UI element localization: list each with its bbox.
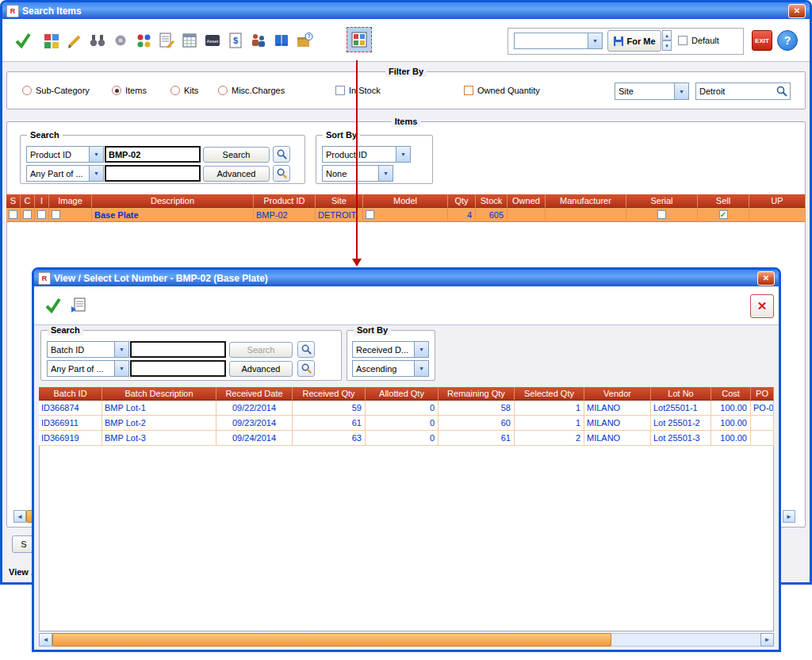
search-value2-input[interactable] <box>105 165 201 182</box>
column-header[interactable]: Allotted Qty <box>366 387 439 401</box>
column-header[interactable]: Received Qty <box>293 387 366 401</box>
chevron-down-icon[interactable]: ▼ <box>378 166 393 181</box>
column-header[interactable]: S <box>6 194 21 208</box>
row-checkbox-i[interactable] <box>37 210 46 219</box>
row-checkbox-serial[interactable] <box>657 210 666 219</box>
sort2-combo[interactable]: None▼ <box>322 165 393 182</box>
lot-table-row[interactable]: ID366874 BMP Lot-1 09/22/2014 59 0 58 1 … <box>39 401 774 416</box>
dialog-sort2-combo[interactable]: Ascending▼ <box>352 360 429 377</box>
site-value-field[interactable]: Detroit <box>695 82 791 100</box>
new-item-icon[interactable] <box>40 29 63 52</box>
radio-items[interactable] <box>112 86 121 95</box>
items-table-row[interactable]: Base Plate BMP-02 DETROIT 4 605 ✓ <box>6 208 806 222</box>
column-header[interactable]: Sell <box>698 194 749 208</box>
paste-lot-icon[interactable] <box>67 294 90 317</box>
lot-table-row[interactable]: ID366911 BMP Lot-2 09/23/2014 61 0 60 1 … <box>39 416 774 431</box>
dialog-search-magnifier-button[interactable] <box>297 341 315 358</box>
column-header[interactable]: Selected Qty <box>515 387 584 401</box>
column-header[interactable]: Received Date <box>216 387 293 401</box>
column-header[interactable]: Stock <box>476 194 508 208</box>
advanced-magnifier-button[interactable] <box>273 165 290 182</box>
sort1-combo[interactable]: Product ID▼ <box>322 146 411 163</box>
column-header[interactable]: I <box>35 194 49 208</box>
options-icon[interactable] <box>132 29 155 52</box>
radio-kits-label[interactable]: Kits <box>184 86 198 95</box>
default-checkbox-label[interactable]: Default <box>691 36 719 45</box>
items-hscroll-right-arrow[interactable]: ► <box>783 510 795 523</box>
dialog-hscroll-right-arrow[interactable]: ► <box>760 633 774 647</box>
dialog-advanced-button[interactable]: Advanced <box>229 361 293 377</box>
radio-items-label[interactable]: Items <box>125 86 147 95</box>
dialog-close-button[interactable]: ✕ <box>757 271 775 286</box>
main-titlebar[interactable]: R Search Items ✕ <box>2 2 810 19</box>
in-stock-label[interactable]: In Stock <box>349 86 381 95</box>
radio-misc-charges-label[interactable]: Misc.Charges <box>232 86 285 95</box>
search-button[interactable]: Search <box>203 147 270 163</box>
chevron-down-icon[interactable]: ▼ <box>588 33 602 48</box>
hand-icon[interactable] <box>109 29 132 52</box>
advanced-button[interactable]: Advanced <box>203 166 270 182</box>
column-header[interactable]: Qty <box>448 194 476 208</box>
column-header[interactable]: PO <box>751 387 774 401</box>
dialog-titlebar[interactable]: R View / Select Lot Number - BMP-02 (Bas… <box>34 270 779 286</box>
edit-icon[interactable] <box>63 29 86 52</box>
dialog-field2-combo[interactable]: Any Part of ...▼ <box>47 360 129 377</box>
dialog-advanced-magnifier-button[interactable] <box>297 360 315 377</box>
owned-quantity-label[interactable]: Owned Quantity <box>477 86 540 95</box>
lot-number-icon[interactable] <box>348 29 370 51</box>
row-checkbox-s[interactable] <box>9 210 17 219</box>
row-checkbox-model[interactable] <box>366 210 374 219</box>
radio-sub-category-label[interactable]: Sub-Category <box>36 86 90 95</box>
chevron-down-icon[interactable]: ▼ <box>114 342 128 357</box>
column-header[interactable]: Product ID <box>254 194 316 208</box>
column-header[interactable]: Description <box>92 194 254 208</box>
column-header[interactable]: Manufacturer <box>546 194 626 208</box>
chevron-down-icon[interactable]: ▼ <box>89 147 103 162</box>
column-header[interactable]: Vendor <box>584 387 651 401</box>
preset-combo[interactable]: ▼ <box>514 33 603 49</box>
dialog-field1-combo[interactable]: Batch ID▼ <box>47 341 129 358</box>
column-header[interactable]: Owned <box>508 194 546 208</box>
column-header[interactable]: Serial <box>626 194 698 208</box>
find-icon[interactable] <box>86 29 109 52</box>
chevron-down-icon[interactable]: ▼ <box>414 342 428 357</box>
column-header[interactable]: C <box>21 194 35 208</box>
row-checkbox-sell[interactable]: ✓ <box>719 210 728 219</box>
search-value1-input[interactable] <box>105 146 201 163</box>
owned-quantity-checkbox[interactable] <box>464 86 473 95</box>
column-header[interactable]: Cost <box>711 387 751 401</box>
confirm-icon[interactable] <box>42 294 64 317</box>
dialog-hscroll-thumb[interactable] <box>52 633 611 647</box>
dialog-hscroll-left-arrow[interactable]: ◄ <box>39 633 52 647</box>
row-checkbox-c[interactable] <box>23 210 32 219</box>
radio-sub-category[interactable] <box>22 86 32 95</box>
site-combo[interactable]: Site ▼ <box>615 82 689 100</box>
in-stock-checkbox[interactable] <box>335 86 345 95</box>
spinner-down-icon[interactable]: ▼ <box>662 40 672 51</box>
column-header[interactable]: Model <box>363 194 448 208</box>
column-header[interactable]: Lot No <box>651 387 711 401</box>
column-header[interactable]: UP <box>749 194 806 208</box>
main-close-button[interactable]: ✕ <box>788 4 806 18</box>
column-header[interactable]: Image <box>49 194 92 208</box>
lot-table-row[interactable]: ID366919 BMP Lot-3 09/24/2014 63 0 61 2 … <box>39 431 774 446</box>
search-magnifier-button[interactable] <box>273 146 290 163</box>
chevron-down-icon[interactable]: ▼ <box>414 361 428 376</box>
spinner-up-icon[interactable]: ▲ <box>662 30 672 40</box>
column-header[interactable]: Batch Description <box>102 387 216 401</box>
catalog-icon[interactable] <box>270 29 293 52</box>
dialog-cancel-icon[interactable]: ✕ <box>750 294 774 318</box>
column-header[interactable]: Batch ID <box>39 387 102 401</box>
radio-misc-charges[interactable] <box>218 86 228 95</box>
search-field1-combo[interactable]: Product ID▼ <box>26 146 104 163</box>
for-me-spinner[interactable]: ▲ ▼ <box>662 30 672 51</box>
calculator-icon[interactable] <box>178 29 201 52</box>
exit-button[interactable]: EXIT <box>752 30 772 51</box>
customers-icon[interactable] <box>247 29 270 52</box>
row-checkbox-image[interactable] <box>52 210 60 219</box>
search-field2-combo[interactable]: Any Part of ...▼ <box>26 165 104 182</box>
chevron-down-icon[interactable]: ▼ <box>89 166 103 181</box>
notes-icon[interactable] <box>155 29 178 52</box>
search-icon[interactable] <box>776 85 788 98</box>
price-sheet-icon[interactable]: $ <box>224 29 247 52</box>
